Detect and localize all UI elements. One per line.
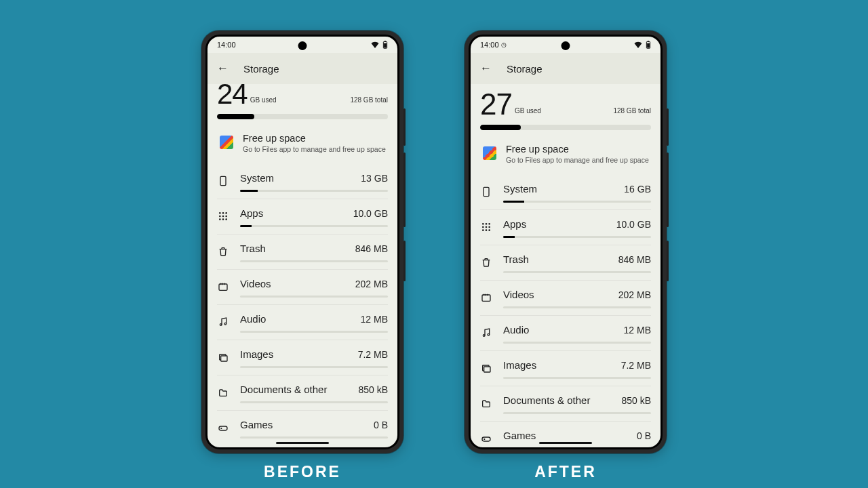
category-apps[interactable]: Apps10.0 GB — [217, 199, 388, 234]
apps-icon — [217, 210, 229, 222]
svg-point-28 — [488, 226, 490, 228]
category-name: System — [503, 183, 537, 195]
category-size: 850 kB — [358, 384, 388, 395]
back-icon[interactable]: ← — [480, 62, 492, 75]
svg-point-23 — [482, 223, 484, 225]
svg-point-5 — [222, 212, 224, 214]
category-image[interactable]: Images7.2 MB — [480, 350, 651, 386]
image-icon — [480, 362, 492, 374]
clock-icon: ◷ — [501, 41, 507, 48]
used-number: 27 — [480, 91, 512, 118]
category-audio[interactable]: Audio12 MB — [217, 304, 388, 340]
wifi-icon — [371, 41, 379, 48]
back-icon[interactable]: ← — [217, 62, 229, 75]
category-size: 10.0 GB — [353, 208, 388, 219]
category-bar — [240, 331, 388, 333]
svg-rect-18 — [219, 426, 227, 430]
category-size: 0 B — [374, 420, 388, 430]
svg-point-6 — [225, 212, 227, 214]
category-audio[interactable]: Audio12 MB — [480, 315, 651, 350]
svg-point-11 — [222, 219, 224, 221]
category-size: 846 MB — [618, 254, 651, 265]
free-up-space-row[interactable]: Free up space Go to Files app to manage … — [480, 141, 651, 172]
category-size: 0 B — [637, 430, 651, 441]
svg-point-8 — [222, 216, 224, 218]
svg-point-29 — [482, 229, 484, 231]
storage-summary: 24 GB used 128 GB total — [217, 84, 388, 107]
svg-rect-36 — [484, 367, 490, 372]
svg-point-27 — [486, 226, 488, 228]
category-bar — [240, 401, 388, 403]
free-up-title: Free up space — [243, 133, 386, 144]
svg-point-31 — [488, 229, 490, 231]
category-bar — [503, 447, 651, 449]
category-video[interactable]: Videos202 MB — [480, 280, 651, 315]
category-name: Trash — [503, 253, 529, 265]
free-up-title: Free up space — [506, 144, 649, 155]
svg-point-24 — [486, 223, 488, 225]
category-name: Images — [240, 348, 273, 360]
svg-point-15 — [224, 323, 226, 325]
nav-handle[interactable] — [539, 442, 592, 444]
category-name: Trash — [240, 243, 266, 254]
category-list-after: System16 GBApps10.0 GBTrash846 MBVideos2… — [480, 175, 651, 449]
category-name: Videos — [240, 278, 271, 289]
image-icon — [217, 351, 229, 363]
category-list-before: System13 GBApps10.0 GBTrash846 MBVideos2… — [217, 164, 388, 445]
category-apps[interactable]: Apps10.0 GB — [480, 209, 651, 245]
category-bar — [240, 296, 388, 298]
category-doc[interactable]: Documents & other850 kB — [217, 375, 388, 410]
svg-rect-13 — [219, 284, 227, 290]
category-name: Audio — [503, 324, 529, 336]
page-title: Storage — [507, 63, 542, 75]
category-name: Documents & other — [503, 394, 590, 406]
category-bar — [240, 366, 388, 368]
category-video[interactable]: Videos202 MB — [217, 269, 388, 304]
category-trash[interactable]: Trash846 MB — [217, 234, 388, 269]
battery-icon — [646, 41, 651, 49]
storage-summary: 27 GB used 128 GB total — [480, 84, 651, 118]
total-label: 128 GB total — [613, 107, 651, 118]
phone-screen-after: 14:00 ◷ ← Storage 27 GB used 128 — [469, 35, 663, 449]
free-up-space-row[interactable]: Free up space Go to Files app to manage … — [217, 130, 388, 161]
category-doc[interactable]: Documents & other850 kB — [480, 386, 651, 421]
svg-point-9 — [225, 216, 227, 218]
category-bar — [240, 190, 388, 192]
audio-icon — [217, 316, 229, 328]
doc-icon — [217, 386, 229, 399]
category-bar — [503, 306, 651, 308]
svg-point-26 — [482, 226, 484, 228]
category-name: Images — [503, 359, 536, 371]
game-icon — [480, 432, 492, 445]
svg-rect-21 — [647, 43, 650, 48]
battery-icon — [382, 41, 388, 49]
category-name: Apps — [240, 207, 263, 219]
category-size: 7.2 MB — [621, 360, 651, 371]
svg-rect-32 — [482, 295, 490, 301]
category-name: Games — [503, 430, 536, 441]
category-bar — [240, 225, 388, 227]
category-size: 13 GB — [361, 173, 388, 184]
svg-rect-1 — [384, 41, 386, 42]
camera-notch — [298, 41, 307, 50]
game-icon — [217, 422, 229, 434]
category-system[interactable]: System16 GB — [480, 175, 651, 209]
category-system[interactable]: System13 GB — [217, 164, 388, 199]
category-game[interactable]: Games0 B — [217, 410, 388, 445]
svg-point-30 — [486, 229, 488, 231]
total-label: 128 GB total — [350, 96, 388, 107]
nav-handle[interactable] — [276, 442, 329, 444]
category-size: 12 MB — [624, 325, 651, 336]
wifi-icon — [634, 41, 642, 48]
category-name: Apps — [503, 218, 526, 230]
category-trash[interactable]: Trash846 MB — [480, 245, 651, 280]
category-size: 7.2 MB — [358, 349, 388, 360]
phone-screen-before: 14:00 ← Storage 24 GB used 128 GB total — [205, 35, 399, 449]
caption-after: AFTER — [534, 463, 597, 481]
phone-frame: 14:00 ◷ ← Storage 27 GB used 128 — [465, 30, 667, 453]
svg-point-12 — [225, 219, 227, 221]
files-app-icon — [220, 136, 233, 149]
category-image[interactable]: Images7.2 MB — [217, 340, 388, 375]
category-game[interactable]: Games0 B — [480, 421, 651, 449]
category-size: 850 kB — [621, 395, 651, 406]
